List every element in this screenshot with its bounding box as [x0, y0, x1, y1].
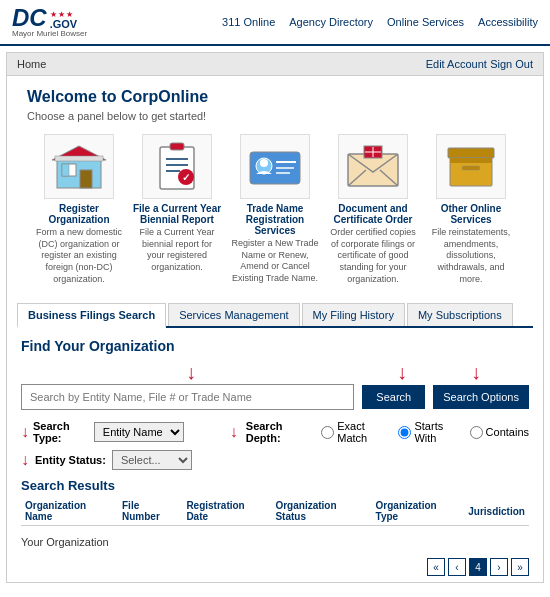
page-prev[interactable]: ‹: [448, 558, 466, 576]
svg-text:✓: ✓: [182, 172, 190, 183]
tabs-row: Business Filings Search Services Managem…: [17, 303, 533, 328]
nav-online-services[interactable]: Online Services: [387, 16, 464, 28]
arrow-btn1: ↓: [397, 362, 407, 382]
store-icon: [52, 142, 106, 192]
page-next[interactable]: ›: [490, 558, 508, 576]
panel-biennial-label: File a Current Year Biennial Report: [132, 203, 222, 225]
find-title: Find Your Organization: [21, 338, 529, 354]
svg-rect-27: [450, 158, 492, 163]
tab-subscriptions[interactable]: My Subscriptions: [407, 303, 513, 326]
clipboard-icon: ✓: [152, 141, 202, 193]
panel-other-services[interactable]: Other Online Services File reinstatement…: [426, 134, 516, 285]
nav-accessibility[interactable]: Accessibility: [478, 16, 538, 28]
your-org-text: Your Organization: [21, 536, 109, 548]
svg-point-15: [260, 159, 268, 167]
breadcrumb-bar: Home Edit Account Sign Out: [7, 53, 543, 76]
arrow-depth: ↓: [230, 423, 238, 441]
panel-register-desc: Form a new domestic (DC) organization or…: [34, 227, 124, 285]
search-bar-row: Search Search Options: [21, 384, 529, 410]
col-org-name: Organization Name: [21, 497, 118, 526]
entity-status-select[interactable]: Select...: [112, 450, 192, 470]
welcome-section: Welcome to CorpOnline Choose a panel bel…: [7, 76, 543, 295]
depth-contains-radio[interactable]: [470, 426, 483, 439]
tab-filing-history[interactable]: My Filing History: [302, 303, 405, 326]
col-org-type: Organization Type: [372, 497, 465, 526]
search-options-button[interactable]: Search Options: [433, 385, 529, 409]
depth-exact-match[interactable]: Exact Match: [321, 420, 390, 444]
welcome-subtitle: Choose a panel below to get started!: [27, 110, 523, 122]
svg-rect-5: [55, 156, 103, 161]
panel-icon-clipboard: ✓: [142, 134, 212, 199]
panel-trade-desc: Register a New Trade Name or Renew, Amen…: [230, 238, 320, 285]
arrow-entity-status: ↓: [21, 451, 29, 469]
page-first[interactable]: «: [427, 558, 445, 576]
panel-biennial-desc: File a Current Year biennial report for …: [132, 227, 222, 274]
page-current[interactable]: 4: [469, 558, 487, 576]
results-table: Organization Name File Number Registrati…: [21, 497, 529, 526]
top-header: DC ★ ★ ★ .GOV Mayor Muriel Bowser 311 On…: [0, 0, 550, 46]
logo-area: DC ★ ★ ★ .GOV Mayor Muriel Bowser: [12, 6, 87, 38]
your-org-section: Your Organization: [7, 532, 543, 552]
archive-icon: [442, 142, 500, 192]
col-org-status: Organization Status: [271, 497, 371, 526]
sign-out-link[interactable]: Sign Out: [490, 58, 533, 70]
search-input[interactable]: [21, 384, 354, 410]
col-reg-date: Registration Date: [182, 497, 271, 526]
svg-rect-28: [462, 166, 480, 170]
panel-trade-name[interactable]: Trade Name Registration Services Registe…: [230, 134, 320, 285]
depth-starts-radio[interactable]: [398, 426, 411, 439]
panel-doc-desc: Order certified copies of corporate fili…: [328, 227, 418, 285]
panel-document-cert[interactable]: Document and Certificate Order Order cer…: [328, 134, 418, 285]
tab-business-filings[interactable]: Business Filings Search: [17, 303, 166, 328]
dc-logo: DC ★ ★ ★ .GOV Mayor Muriel Bowser: [12, 6, 87, 38]
depth-starts-label: Starts With: [414, 420, 461, 444]
results-header-row: Organization Name File Number Registrati…: [21, 497, 529, 526]
nav-agency[interactable]: Agency Directory: [289, 16, 373, 28]
dc-text: DC: [12, 6, 47, 30]
depth-contains[interactable]: Contains: [470, 426, 529, 439]
col-file-num: File Number: [118, 497, 182, 526]
content-area: Home Edit Account Sign Out Welcome to Co…: [6, 52, 544, 583]
arrow-btn2: ↓: [471, 362, 481, 382]
edit-account-link[interactable]: Edit Account: [426, 58, 487, 70]
panel-register-org[interactable]: Register Organization Form a new domesti…: [34, 134, 124, 285]
svg-rect-2: [62, 164, 69, 176]
arrow-search-type: ↓: [21, 423, 29, 441]
nav-311[interactable]: 311 Online: [222, 16, 275, 28]
panel-icon-store: [44, 134, 114, 199]
breadcrumb-home[interactable]: Home: [17, 58, 46, 70]
search-type-group: ↓ Search Type: Entity Name: [21, 420, 184, 444]
svg-rect-3: [80, 170, 92, 188]
search-depth-group: ↓ Search Depth: Exact Match Starts With …: [230, 420, 529, 444]
type-depth-row: ↓ Search Type: Entity Name ↓ Search Dept…: [21, 420, 529, 444]
arrow-search: ↓: [186, 362, 196, 382]
panels-row: Register Organization Form a new domesti…: [27, 134, 523, 285]
panel-biennial-report[interactable]: ✓ File a Current Year Biennial Report Fi…: [132, 134, 222, 285]
search-button[interactable]: Search: [362, 385, 425, 409]
welcome-title: Welcome to CorpOnline: [27, 88, 523, 106]
tab-services-mgmt[interactable]: Services Management: [168, 303, 299, 326]
panel-trade-label: Trade Name Registration Services: [230, 203, 320, 236]
mayor-text: Mayor Muriel Bowser: [12, 30, 87, 38]
panel-icon-idcard: [240, 134, 310, 199]
panel-icon-archive: [436, 134, 506, 199]
search-type-select[interactable]: Entity Name: [94, 422, 184, 442]
panel-other-label: Other Online Services: [426, 203, 516, 225]
panel-doc-label: Document and Certificate Order: [328, 203, 418, 225]
find-section: Find Your Organization ↓ ↓ ↓ Search Sear…: [7, 328, 543, 532]
depth-starts-with[interactable]: Starts With: [398, 420, 461, 444]
arrows-container: ↓ ↓ ↓: [21, 362, 529, 384]
panel-other-desc: File reinstatements, amendments, dissolu…: [426, 227, 516, 285]
idcard-icon: [246, 144, 304, 190]
results-title: Search Results: [21, 478, 529, 493]
entity-status-row: ↓ Entity Status: Select...: [21, 450, 529, 470]
results-section: Search Results Organization Name File Nu…: [21, 478, 529, 526]
svg-rect-7: [170, 143, 184, 150]
entity-status-label: Entity Status:: [35, 454, 106, 466]
depth-exact-radio[interactable]: [321, 426, 334, 439]
page-last[interactable]: »: [511, 558, 529, 576]
top-nav: 311 Online Agency Directory Online Servi…: [222, 16, 538, 28]
svg-rect-25: [448, 148, 494, 158]
search-depth-label: Search Depth:: [246, 420, 313, 444]
pagination: « ‹ 4 › »: [7, 552, 543, 582]
